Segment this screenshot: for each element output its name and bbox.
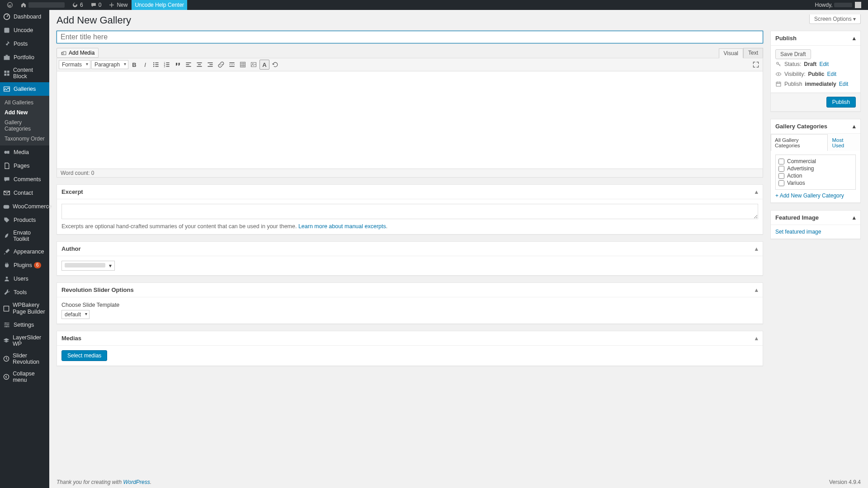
howdy-account[interactable]: Howdy, <box>812 0 864 10</box>
comments[interactable]: 0 <box>87 0 105 10</box>
comments-count: 0 <box>99 2 102 8</box>
uncode-help-center[interactable]: Uncode Help Center <box>132 0 187 10</box>
username-redacted <box>834 3 852 7</box>
new-label: New <box>117 2 127 8</box>
site-name-redacted <box>28 2 65 8</box>
wp-logo[interactable] <box>4 0 16 10</box>
updates-count: 6 <box>80 2 83 8</box>
admin-bar: 6 0 New Uncode Help Center Howdy, <box>0 0 868 10</box>
site-home[interactable] <box>17 0 68 10</box>
avatar <box>855 2 861 8</box>
updates[interactable]: 6 <box>69 0 86 10</box>
new-content[interactable]: New <box>105 0 131 10</box>
